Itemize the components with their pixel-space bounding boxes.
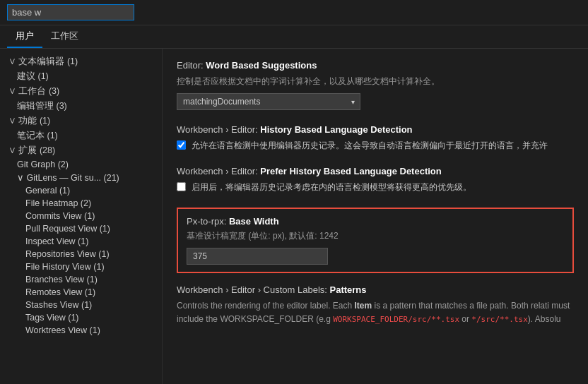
section2-title-prefix: Workbench › Editor: — [177, 124, 260, 135]
sidebar-item-features[interactable]: ∨ 功能 (1) — [0, 114, 162, 128]
sidebar-item-stashes-view[interactable]: Stashes View (1) — [0, 299, 162, 311]
sidebar-item-commits-view[interactable]: Commits View (1) — [0, 210, 162, 222]
section1-desc: 控制是否应根据文档中的字词计算补全，以及从哪些文档中计算补全。 — [177, 75, 574, 88]
section3-title: Workbench › Editor: Prefer History Based… — [177, 166, 574, 176]
sidebar-item-worktrees-view[interactable]: Worktrees View (1) — [0, 324, 162, 337]
section3-title-prefix: Workbench › Editor: — [177, 166, 260, 176]
section4-title-prefix: Px-to-rpx: — [187, 216, 229, 227]
sidebar-item-general[interactable]: General (1) — [0, 184, 162, 197]
main-layout: ∨ 文本编辑器 (1) 建议 (1) ∨ 工作台 (3) 编辑管理 (3) ∨ … — [0, 49, 588, 384]
section-base-width: Px-to-rpx: Base Width 基准设计稿宽度 (单位: px), … — [177, 208, 574, 273]
sidebar-item-repositories-view[interactable]: Repositories View (1) — [0, 248, 162, 260]
search-bar — [0, 0, 588, 25]
sidebar-item-file-history-view[interactable]: File History View (1) — [0, 260, 162, 273]
section5-desc1: Controls the rendering of the editor lab… — [177, 301, 354, 311]
sidebar-item-tags-view[interactable]: Tags View (1) — [0, 311, 162, 324]
section5-title-prefix: Workbench › Editor › Custom Labels: — [177, 284, 330, 295]
section1-title-prefix: Editor: — [177, 60, 206, 71]
section4-title: Px-to-rpx: Base Width — [187, 216, 564, 227]
sidebar-item-gitlens[interactable]: ∨ GitLens — Git su... (21) — [0, 171, 162, 184]
sidebar-item-git-graph[interactable]: Git Graph (2) — [0, 158, 162, 171]
sidebar-item-editor-management[interactable]: 编辑管理 (3) — [0, 99, 162, 114]
sidebar-item-extensions[interactable]: ∨ 扩展 (28) — [0, 143, 162, 158]
section2-checkbox-row: 允许在语言检测中使用编辑器历史记录。这会导致自动语言检测偏向于最近打开的语言，并… — [177, 139, 574, 152]
sidebar-item-remotes-view[interactable]: Remotes View (1) — [0, 286, 162, 299]
section-history-based: Workbench › Editor: History Based Langua… — [177, 124, 574, 152]
sidebar-item-file-heatmap[interactable]: File Heatmap (2) — [0, 197, 162, 210]
section5-desc4: ). Absolu — [528, 314, 561, 324]
tab-bar: 用户 工作区 — [0, 25, 588, 49]
sidebar-item-text-editor[interactable]: ∨ 文本编辑器 (1) — [0, 54, 162, 69]
section5-title-bold: Patterns — [330, 284, 367, 295]
sidebar-item-branches-view[interactable]: Branches View (1) — [0, 273, 162, 286]
search-input[interactable] — [7, 4, 134, 20]
section1-title-bold: Word Based Suggestions — [206, 60, 317, 71]
section5-desc: Controls the rendering of the editor lab… — [177, 299, 574, 326]
section5-desc1-bold: Item — [354, 301, 372, 311]
sidebar-item-workbench[interactable]: ∨ 工作台 (3) — [0, 84, 162, 99]
section4-title-bold: Base Width — [229, 216, 279, 227]
section2-title-bold: History Based Language Detection — [260, 124, 412, 135]
section3-checkbox[interactable] — [177, 182, 186, 191]
sidebar-item-suggestions[interactable]: 建议 (1) — [0, 69, 162, 84]
dropdown-wrapper: matchingDocuments off currentDocument al… — [177, 93, 360, 110]
tab-workspace[interactable]: 工作区 — [42, 25, 87, 48]
section3-checkbox-label: 启用后，将编辑器历史记录考虑在内的语言检测模型将获得更高的优先级。 — [192, 181, 471, 193]
section2-checkbox-label: 允许在语言检测中使用编辑器历史记录。这会导致自动语言检测偏向于最近打开的语言，并… — [192, 139, 548, 152]
base-width-input[interactable] — [187, 248, 328, 265]
content-area: Editor: Word Based Suggestions 控制是否应根据文档… — [163, 49, 588, 384]
section-custom-labels: Workbench › Editor › Custom Labels: Patt… — [177, 284, 574, 326]
word-based-suggestions-dropdown[interactable]: matchingDocuments off currentDocument al… — [177, 93, 360, 110]
section5-desc3: or — [459, 314, 471, 324]
section5-code1: WORKSPACE_FOLDER/src/**.tsx — [333, 315, 459, 324]
section3-checkbox-row: 启用后，将编辑器历史记录考虑在内的语言检测模型将获得更高的优先级。 — [177, 181, 574, 193]
sidebar-item-notebook[interactable]: 笔记本 (1) — [0, 128, 162, 143]
sidebar: ∨ 文本编辑器 (1) 建议 (1) ∨ 工作台 (3) 编辑管理 (3) ∨ … — [0, 49, 163, 384]
section5-code2: */src/**.tsx — [471, 315, 527, 324]
section-word-based-suggestions: Editor: Word Based Suggestions 控制是否应根据文档… — [177, 60, 574, 110]
section5-title: Workbench › Editor › Custom Labels: Patt… — [177, 284, 574, 295]
section3-title-bold: Prefer History Based Language Detection — [260, 166, 441, 176]
sidebar-item-pull-request-view[interactable]: Pull Request View (1) — [0, 222, 162, 235]
section1-title: Editor: Word Based Suggestions — [177, 60, 574, 71]
tab-user[interactable]: 用户 — [7, 25, 42, 48]
section2-title: Workbench › Editor: History Based Langua… — [177, 124, 574, 135]
sidebar-item-inspect-view[interactable]: Inspect View (1) — [0, 235, 162, 248]
section2-checkbox[interactable] — [177, 140, 186, 150]
section-prefer-history: Workbench › Editor: Prefer History Based… — [177, 166, 574, 193]
section4-desc: 基准设计稿宽度 (单位: px), 默认值: 1242 — [187, 229, 564, 242]
